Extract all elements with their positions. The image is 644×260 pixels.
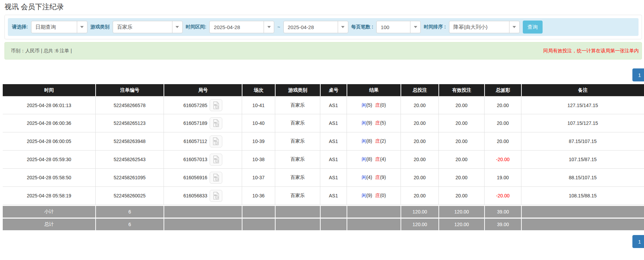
cell-game: 百家乐 [275,114,320,132]
cell-table: AS1 [320,187,347,205]
cell-empty [164,205,242,218]
video-replay-icon [212,101,220,109]
video-replay-button[interactable] [210,135,222,147]
cell-total-bet[interactable]: 20.00 [401,169,438,187]
cell-payout: 20.00 [484,114,521,132]
column-header-result: 结果 [347,84,401,96]
total-total-bet: 120.00 [401,218,438,230]
cell-table: AS1 [320,96,347,114]
result-player-score: (9) [366,120,372,126]
cell-empty [347,218,401,230]
cell-payout: 19.00 [484,169,521,187]
result-player: 闲 [362,102,366,108]
result-banker: 庄 [375,193,380,198]
cell-empty [521,205,644,218]
result-banker-score: (5) [380,120,386,126]
video-replay-button[interactable] [210,172,222,184]
cell-round: 616056916 [164,169,242,187]
cell-game: 百家乐 [275,96,320,114]
date-from-value: 2025-04-28 [210,24,264,30]
date-from-input[interactable]: 2025-04-28 [209,21,274,33]
caret-down-icon [338,21,348,33]
video-replay-icon [212,137,220,145]
total-label: 总计 [3,218,95,230]
video-replay-button[interactable] [210,99,222,111]
filter-bar: 请选择: 日期查询 游戏类别 百家乐 时间区间: 2025-04-28 ~ 20… [8,18,639,36]
cell-time: 2025-04-28 06:01:13 [3,96,95,114]
result-banker-score: (0) [380,193,386,198]
date-to-input[interactable]: 2025-04-28 [283,21,348,33]
query-mode-value: 日期查询 [31,24,77,30]
video-replay-button[interactable] [210,190,222,202]
cell-session: 10-38 [242,151,275,169]
game-type-select[interactable]: 百家乐 [113,21,183,33]
cell-empty [242,218,275,230]
cell-game: 百家乐 [275,151,320,169]
time-range-label: 时间区间: [186,24,207,30]
range-separator: ~ [277,24,280,30]
column-header-session: 场次 [242,84,275,96]
cell-session: 10-39 [242,132,275,151]
cell-payout: 20.00 [484,96,521,114]
page-container: 视讯 会员下注纪录 请选择: 日期查询 游戏类别 百家乐 时间区间: 2025-… [0,2,644,255]
cell-round: 616057112 [164,132,242,151]
page-size-select[interactable]: 100 [376,21,421,33]
cell-time: 2025-04-28 05:58:19 [3,187,95,205]
cell-empty [320,218,347,230]
round-number: 616057013 [183,157,207,162]
cell-remark: 108.15/88.15 [521,187,644,205]
cell-result: 闲(5) 庄(0) [347,96,401,114]
cell-empty [347,205,401,218]
cell-time: 2025-04-28 06:00:36 [3,114,95,132]
date-to-value: 2025-04-28 [284,24,338,30]
cell-total-bet[interactable]: 20.00 [401,96,438,114]
cell-payout: -20.00 [484,187,521,205]
cell-game: 百家乐 [275,169,320,187]
column-header-game: 游戏类别 [275,84,320,96]
cell-round: 616057285 [164,96,242,114]
query-mode-select[interactable]: 日期查询 [31,21,87,33]
video-replay-button[interactable] [210,117,222,129]
total-payout: 39.00 [484,218,521,230]
summary-note-text: 同局有效投注，统一计算在该局第一张注单内 [543,48,639,54]
total-row: 总计 6 120.00 120.00 39.00 [3,218,644,230]
table-row: 2025-04-28 06:00:05 522458263948 6160571… [3,132,644,151]
result-player-score: (8) [366,156,372,162]
column-header-time: 时间 [3,84,95,96]
search-button[interactable]: 查询 [523,21,543,34]
sort-order-label: 时间排序 : [424,24,446,30]
subtotal-row: 小计 6 120.00 120.00 39.00 [3,205,644,218]
page-1-button[interactable]: 1 [632,235,644,248]
cell-remark: 107.15/127.15 [521,114,644,132]
subtotal-payout: 39.00 [484,205,521,218]
page-title: 视讯 会员下注纪录 [4,2,642,12]
sort-order-select[interactable]: 降幂(由大到小) [449,21,520,33]
result-player-score: (5) [366,102,372,108]
cell-total-bet[interactable]: 20.00 [401,151,438,169]
result-player: 闲 [362,193,366,198]
summary-bar: 币别：人民币 | 总共 :6 注单 | 同局有效投注，统一计算在该局第一张注单内 [4,42,642,60]
cell-remark: 127.15/147.15 [521,96,644,114]
video-replay-icon [212,192,220,200]
column-header-table: 桌号 [320,84,347,96]
subtotal-count: 6 [95,205,164,218]
caret-down-icon [509,21,519,33]
bet-records-table: 时间 注单编号 局号 场次 游戏类别 桌号 结果 总投注 有效投注 总派彩 备注… [3,84,644,230]
cell-empty [275,218,320,230]
cell-valid-bet: 20.00 [438,151,484,169]
column-header-remark: 备注 [521,84,644,96]
cell-payout: -20.00 [484,151,521,169]
result-banker-score: (4) [380,156,386,162]
cell-result: 闲(9) 庄(5) [347,114,401,132]
result-banker: 庄 [375,156,380,162]
page-1-button[interactable]: 1 [632,68,644,81]
total-count: 6 [95,218,164,230]
cell-total-bet[interactable]: 20.00 [401,132,438,151]
page-size-value: 100 [377,24,410,30]
cell-session: 10-37 [242,169,275,187]
subtotal-valid-bet: 120.00 [438,205,484,218]
cell-total-bet[interactable]: 20.00 [401,114,438,132]
cell-total-bet[interactable]: 20.00 [401,187,438,205]
cell-valid-bet: 20.00 [438,132,484,151]
video-replay-button[interactable] [210,154,222,166]
